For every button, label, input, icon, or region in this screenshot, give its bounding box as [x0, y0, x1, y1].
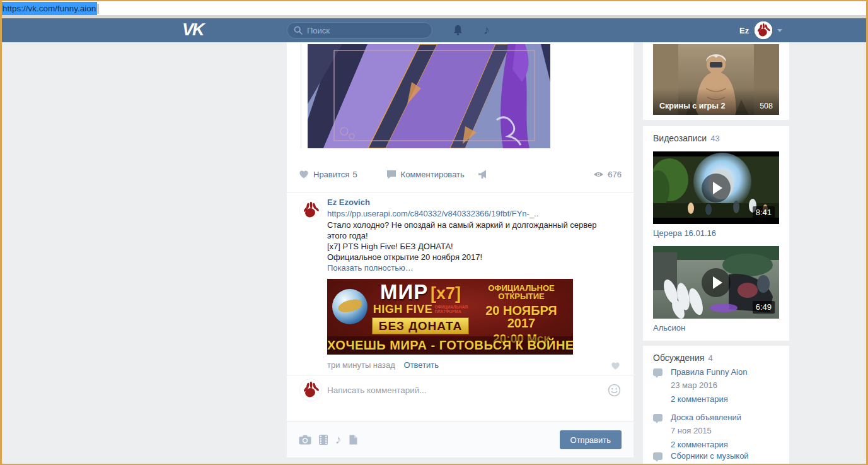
- post-action-bar: Нравится 5 Комментировать: [287, 163, 634, 185]
- search-input[interactable]: Поиск: [287, 22, 432, 38]
- discussion-bubble-icon: [653, 414, 663, 421]
- discussion-date: 7 ноя 2015: [671, 426, 789, 435]
- discussion-title[interactable]: Доска объявлений: [671, 413, 789, 422]
- emoji-smiley-icon[interactable]: [608, 384, 621, 399]
- avatar: [755, 21, 772, 39]
- discussion-comments-link[interactable]: 2 комментария: [671, 394, 789, 404]
- comment-toolbar: ♪ Отправить: [287, 421, 634, 457]
- album-title: Скрины с игры 2: [659, 102, 725, 110]
- video-duration: 6:49: [753, 301, 775, 314]
- post-photo-attachment[interactable]: [308, 44, 550, 148]
- search-icon: [294, 26, 303, 35]
- attach-video-film-icon[interactable]: [319, 435, 328, 445]
- chevron-down-icon: [777, 29, 782, 32]
- banner-no-donate-badge: БЕЗ ДОНАТА: [372, 317, 469, 334]
- video-thumbnail[interactable]: 6:49: [653, 246, 779, 319]
- like-button[interactable]: Нравится 5: [299, 170, 357, 179]
- comment-text: Стало холодно? Не опоздай на самый жарки…: [327, 220, 610, 262]
- play-icon: [702, 174, 731, 203]
- discussion-date: 23 мар 2016: [671, 380, 789, 390]
- banner-right-block: ОФИЦИАЛЬНОЕ ОТКРЫТИЕ 20 НОЯБРЯ 2017 20:0…: [471, 284, 572, 344]
- show-more-link[interactable]: Показать полностью…: [327, 263, 610, 273]
- photo-album-card: Скрины с игры 2 508: [643, 42, 789, 120]
- discussions-count: 4: [708, 353, 712, 363]
- views-count: 676: [608, 170, 622, 179]
- music-icon[interactable]: ♪: [480, 24, 494, 37]
- discussion-item: Правила Funny Aion 23 мар 2016 2 коммент…: [643, 367, 789, 404]
- divider: [287, 192, 634, 192]
- videos-title: Видеозаписи: [653, 133, 707, 143]
- comment-author-name[interactable]: Ez Ezovich: [327, 197, 370, 207]
- attach-document-icon[interactable]: [349, 435, 357, 445]
- banner-platform-title: HIGH FIVE: [373, 303, 433, 315]
- like-count: 5: [352, 170, 357, 179]
- banner-platform-note: ОФИЦИАЛЬНАЯПЛАТФОРМА: [434, 305, 468, 314]
- divider: [287, 375, 634, 375]
- wall-post-card: Нравится 5 Комментировать: [287, 42, 634, 457]
- megaphone-icon: [478, 170, 489, 179]
- banner-left-block: МИР [x7] HIGH FIVEОФИЦИАЛЬНАЯПЛАТФОРМА Б…: [369, 281, 472, 334]
- comment-bubble-icon: [386, 170, 396, 179]
- banner-rate-text: [x7]: [431, 284, 461, 303]
- reply-link[interactable]: Ответить: [404, 360, 439, 370]
- comment-banner-image[interactable]: МИР [x7] HIGH FIVEОФИЦИАЛЬНАЯПЛАТФОРМА Б…: [327, 279, 573, 355]
- comment-time: три минуты назад: [327, 360, 395, 370]
- discussions-title: Обсуждения: [653, 353, 704, 363]
- attach-audio-note-icon[interactable]: ♪: [335, 434, 342, 445]
- browser-address-bar[interactable]: https://vk.com/funny.aion: [2, 1, 866, 15]
- banner-world-text: МИР: [380, 280, 428, 303]
- banner-slogan: ХОЧЕШЬ МИРА - ГОТОВЬСЯ К ВОЙНЕ: [327, 336, 573, 355]
- discussion-bubble-icon: [653, 452, 663, 460]
- comment-input[interactable]: Написать комментарий...: [327, 386, 427, 395]
- like-label: Нравится: [313, 170, 349, 179]
- notifications-bell-icon[interactable]: [451, 24, 465, 37]
- banner-opening-label: ОФИЦИАЛЬНОЕ ОТКРЫТИЕ: [471, 284, 572, 300]
- album-count: 508: [760, 102, 773, 110]
- discussion-title[interactable]: Сборники с музыкой: [671, 451, 789, 461]
- comment-attachment-link[interactable]: https://pp.userapi.com/c840332/v84033236…: [327, 209, 610, 218]
- search-placeholder: Поиск: [307, 26, 330, 35]
- video-title[interactable]: Церера 16.01.16: [653, 228, 716, 238]
- video-title[interactable]: Альсион: [653, 323, 685, 333]
- photo-album-thumbnail[interactable]: Скрины с игры 2 508: [653, 44, 779, 115]
- user-short-name: Ez: [739, 26, 749, 35]
- comment-button[interactable]: Комментировать: [386, 170, 465, 179]
- send-comment-button[interactable]: Отправить: [560, 430, 622, 449]
- discussions-card: Обсуждения4 Правила Funny Aion 23 мар 20…: [643, 346, 789, 464]
- album-label-overlay: Скрины с игры 2 508: [653, 88, 779, 115]
- top-navigation-bar: VK Поиск ♪ Ez: [2, 18, 866, 42]
- comment-body: Ez Ezovich https://pp.userapi.com/c84033…: [327, 197, 610, 370]
- play-icon: [702, 268, 731, 297]
- discussion-bubble-icon: [653, 368, 663, 376]
- comment-label: Комментировать: [401, 170, 465, 179]
- vk-logo[interactable]: VK: [182, 18, 204, 42]
- video-duration: 8:41: [753, 206, 775, 219]
- comment-author-avatar[interactable]: [299, 199, 322, 221]
- banner-opening-date: 20 НОЯБРЯ 2017: [471, 304, 572, 329]
- discussion-item: Доска объявлений 7 ноя 2015 2 комментари…: [643, 413, 789, 449]
- comment-footer: три минуты назад Ответить: [327, 360, 610, 370]
- video-thumbnail[interactable]: 8:41: [653, 151, 779, 224]
- text-caret: [98, 4, 98, 14]
- current-user-avatar: [299, 379, 322, 401]
- post-views: 676: [593, 170, 622, 179]
- eye-icon: [593, 171, 604, 178]
- discussions-section-header[interactable]: Обсуждения4: [653, 353, 713, 363]
- page-background: Нравится 5 Комментировать: [2, 42, 866, 464]
- user-menu[interactable]: Ez: [739, 21, 782, 39]
- post-image-edge-line: [301, 44, 301, 148]
- discussion-item: Сборники с музыкой: [643, 451, 789, 461]
- attach-photo-camera-icon[interactable]: [299, 435, 311, 445]
- videos-section-header[interactable]: Видеозаписи43: [653, 133, 720, 143]
- comment-like-heart-icon[interactable]: [611, 361, 620, 372]
- videos-count: 43: [710, 134, 719, 143]
- heart-icon: [299, 170, 309, 179]
- share-button[interactable]: [478, 170, 489, 179]
- videos-card: Видеозаписи43: [643, 126, 789, 341]
- discussion-title[interactable]: Правила Funny Aion: [671, 367, 789, 377]
- address-bar-selected-text: https://vk.com/funny.aion: [2, 2, 97, 16]
- globe-icon: [332, 289, 367, 324]
- discussion-comments-link[interactable]: 2 комментария: [671, 440, 789, 449]
